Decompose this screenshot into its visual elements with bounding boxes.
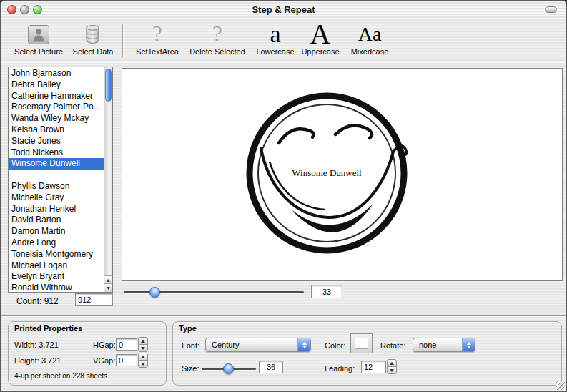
hgap-field[interactable] (116, 338, 137, 351)
preview-area[interactable]: Winsome Dunwell (122, 68, 563, 281)
hgap-stepper[interactable] (138, 337, 148, 352)
size-label: Size: (182, 364, 199, 373)
delete-selected-button[interactable]: ? Delete Selected (189, 22, 245, 56)
smiley-drawing: Winsome Dunwell (122, 69, 562, 280)
leading-label: Leading: (325, 364, 355, 373)
zoom-value-field[interactable] (311, 285, 342, 298)
vgap-label: VGap: (93, 356, 115, 365)
vgap-stepper[interactable] (138, 353, 148, 368)
names-list: John Bjarnason Debra Bailey Catherine Ha… (8, 67, 113, 293)
lowercase-a-glyph: a (270, 22, 280, 46)
type-groupbox: Type Font: Century Color: Rotate: none S… (172, 321, 562, 386)
vgap-field[interactable] (116, 354, 137, 366)
printed-properties-title: Printed Properties (14, 324, 82, 333)
zoom-slider-thumb[interactable] (149, 287, 160, 298)
font-popup-value: Century (212, 340, 240, 349)
lowercase-label: Lowercase (256, 47, 294, 56)
size-slider-thumb[interactable] (223, 363, 234, 374)
delete-selected-label: Delete Selected (189, 47, 245, 56)
uppercase-a-glyph: A (310, 22, 331, 46)
list-item[interactable]: David Barton (9, 215, 104, 226)
question-icon: ? (212, 22, 222, 46)
mixedcase-aa-glyph: Aa (358, 22, 382, 46)
list-item[interactable]: Michael Logan (9, 260, 104, 272)
rotate-popup[interactable]: none (413, 338, 475, 352)
count-field[interactable] (75, 293, 113, 306)
person-icon (14, 22, 63, 46)
list-item[interactable]: Ronald Withrow (9, 283, 104, 292)
rotate-label: Rotate: (380, 341, 405, 350)
list-item[interactable]: Wanda Wiley Mckay (9, 113, 104, 124)
names-list-rows: John Bjarnason Debra Bailey Catherine Ha… (9, 68, 104, 292)
zoom-button[interactable] (33, 5, 42, 14)
type-title: Type (179, 324, 197, 333)
list-item-selected[interactable]: Winsome Dunwell (9, 158, 104, 170)
vertical-scrollbar[interactable]: ▲ ▼ (104, 67, 112, 292)
font-popup[interactable]: Century (205, 338, 311, 352)
database-icon (73, 22, 114, 46)
list-item[interactable]: Todd Nickens (9, 147, 104, 159)
color-well-swatch (355, 338, 368, 349)
select-data-label: Select Data (73, 47, 114, 56)
list-item[interactable]: Damon Martin (9, 226, 104, 237)
mixedcase-button[interactable]: Aa Mixedcase (351, 22, 389, 56)
list-item[interactable]: Evelyn Bryant (9, 271, 104, 283)
list-item[interactable]: Phyllis Dawson (9, 181, 104, 192)
stepper-down-button[interactable] (387, 366, 397, 374)
close-button[interactable] (7, 5, 16, 14)
sheets-summary-label: 4-up per sheet on 228 sheets (14, 372, 107, 380)
list-item[interactable]: Michelle Gray (9, 192, 104, 204)
list-item[interactable]: Rosemary Palmer-Po... (9, 102, 104, 113)
select-picture-button[interactable]: Select Picture (14, 22, 63, 56)
list-item[interactable] (9, 170, 104, 181)
window-title: Step & Repeat (1, 1, 566, 19)
select-picture-label: Select Picture (14, 47, 63, 56)
titlebar[interactable]: Step & Repeat (1, 1, 566, 19)
popup-arrows-icon (462, 338, 475, 351)
leading-stepper[interactable] (387, 359, 397, 374)
minimize-button[interactable] (20, 5, 29, 14)
list-item[interactable]: Jonathan Henkel (9, 204, 104, 215)
toolbar-divider (122, 24, 123, 57)
set-text-area-label: SetTextArea (136, 47, 179, 56)
count-label: Count: 912 (16, 296, 59, 306)
list-item[interactable]: Keisha Brown (9, 124, 104, 136)
uppercase-label: Uppercase (301, 47, 339, 56)
scroll-down-button[interactable]: ▼ (104, 283, 112, 292)
width-label: Width: 3.721 (14, 340, 59, 349)
select-data-button[interactable]: Select Data (73, 22, 114, 56)
question-icon: ? (152, 22, 162, 46)
uppercase-button[interactable]: A Uppercase (301, 22, 339, 56)
color-well[interactable] (350, 333, 373, 353)
app-window: Step & Repeat Select Picture (0, 0, 567, 392)
hgap-label: HGap: (93, 340, 116, 349)
toolbar: Select Picture Select Data ? SetTextArea… (1, 19, 566, 62)
height-label: Height: 3.721 (14, 356, 61, 365)
list-item[interactable]: Andre Long (9, 237, 104, 249)
font-label: Font: (182, 341, 199, 350)
leading-field[interactable] (361, 361, 386, 373)
set-text-area-button[interactable]: ? SetTextArea (136, 22, 179, 56)
scrollbar-thumb[interactable] (105, 69, 112, 102)
list-item[interactable]: Toneisia Montgomery (9, 249, 104, 260)
lowercase-button[interactable]: a Lowercase (256, 22, 294, 56)
stepper-down-button[interactable] (138, 360, 148, 368)
popup-arrows-icon (297, 338, 310, 351)
list-item[interactable]: John Bjarnason (9, 68, 104, 79)
list-item[interactable]: Debra Bailey (9, 79, 104, 91)
list-item[interactable]: Catherine Hammaker (9, 91, 104, 102)
printed-properties-groupbox: Printed Properties Width: 3.721 HGap: He… (8, 321, 167, 386)
list-item[interactable]: Stacie Jones (9, 136, 104, 147)
stepper-down-button[interactable] (138, 344, 148, 352)
resize-grip[interactable] (556, 381, 565, 390)
bottom-divider (1, 315, 566, 316)
toolbar-toggle-pill-button[interactable] (545, 6, 557, 13)
color-label: Color: (325, 341, 345, 350)
preview-name-text: Winsome Dunwell (292, 167, 362, 178)
size-field[interactable] (259, 361, 283, 373)
rotate-popup-value: none (419, 340, 436, 349)
mixedcase-label: Mixedcase (351, 47, 389, 56)
